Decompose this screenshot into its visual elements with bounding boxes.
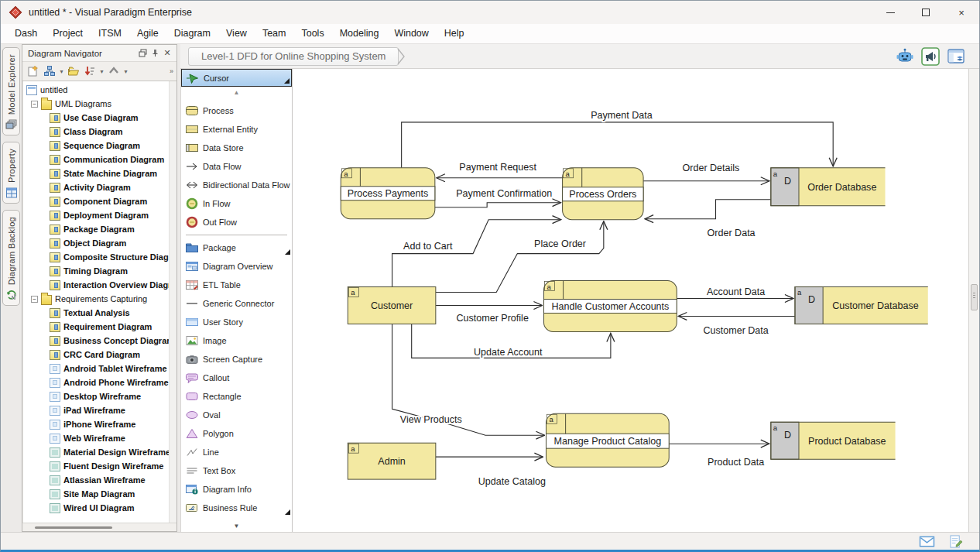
tree-item-communication-diagram[interactable]: Communication Diagram xyxy=(23,153,176,166)
tree-item-desktop-wireframe[interactable]: Desktop Wireframe xyxy=(23,389,176,403)
diagram-canvas[interactable]: Payment DataPayment RequestPayment Confi… xyxy=(293,69,968,532)
side-tab-property[interactable]: Property xyxy=(2,142,20,204)
node-customer-database[interactable]: aDCustomer Database xyxy=(795,287,928,324)
palette-tool-data-store[interactable]: Data Store xyxy=(181,139,292,157)
palette-tool-in-flow[interactable]: In Flow xyxy=(181,194,292,213)
palette-tool-rectangle[interactable]: Rectangle xyxy=(181,387,292,406)
tree-item-component-diagram[interactable]: Component Diagram xyxy=(23,194,176,208)
open-folder-icon[interactable] xyxy=(66,63,81,79)
tree-item-deployment-diagram[interactable]: Deployment Diagram xyxy=(23,208,176,222)
menu-item-dash[interactable]: Dash xyxy=(7,24,45,43)
tree-item-sequence-diagram[interactable]: Sequence Diagram xyxy=(23,139,176,153)
tree-item-untitled[interactable]: untitled xyxy=(23,83,176,97)
tree-item-business-concept-diagram[interactable]: Business Concept Diagram xyxy=(23,334,176,348)
menu-item-help[interactable]: Help xyxy=(437,24,472,43)
tree-item-textual-analysis[interactable]: Textual Analysis xyxy=(23,306,176,320)
palette-tool-screen-capture[interactable]: Screen Capture xyxy=(181,350,292,369)
flow-payment-request[interactable]: Payment Request xyxy=(437,162,563,178)
tree-item-activity-diagram[interactable]: Activity Diagram xyxy=(23,180,176,194)
tree-item-fluent-design-wireframe[interactable]: Fluent Design Wireframe xyxy=(23,459,176,473)
tree-item-requirement-diagram[interactable]: Requirement Diagram xyxy=(23,320,176,334)
tree-item-use-case-diagram[interactable]: Use Case Diagram xyxy=(23,111,176,125)
palette-tool-text-box[interactable]: Text Box xyxy=(181,461,292,480)
palette-tool-generic-connector[interactable]: Generic Connector xyxy=(181,294,292,313)
tree-item-web-wireframe[interactable]: Web Wireframe xyxy=(23,431,176,445)
node-order-database[interactable]: aDOrder Database xyxy=(771,168,886,206)
palette-tool-diagram-info[interactable]: Diagram Info xyxy=(181,480,292,499)
tree-item-material-design-wireframe[interactable]: Material Design Wireframe xyxy=(23,445,176,459)
palette-tool-polygon[interactable]: Polygon xyxy=(181,424,292,443)
flow-account-data[interactable]: Account Data xyxy=(677,286,793,299)
flow-customer-data[interactable]: Customer Data xyxy=(678,316,795,336)
palette-tool-out-flow[interactable]: Out Flow xyxy=(181,213,292,231)
flow-payment-confirmation[interactable]: Payment Confirmation xyxy=(435,188,561,207)
palette-tool-cursor[interactable]: Cursor xyxy=(181,69,292,87)
announcement-icon[interactable] xyxy=(921,47,940,66)
palette-tool-oval[interactable]: Oval xyxy=(181,406,292,424)
node-handle-customer-accounts[interactable]: aHandle Customer Accounts xyxy=(543,281,677,332)
tree-item-wired-ui-diagram[interactable]: Wired UI Diagram xyxy=(23,501,176,515)
menu-item-window[interactable]: Window xyxy=(386,24,436,43)
node-process-orders[interactable]: aProcess Orders xyxy=(563,168,643,220)
vp-assistant-icon[interactable] xyxy=(896,47,914,66)
palette-tool-package[interactable]: Package xyxy=(181,238,292,257)
palette-scroll-down-icon[interactable]: ▼ xyxy=(181,522,292,532)
flow-order-details[interactable]: Order Details xyxy=(643,163,769,181)
tree-item-crc-card-diagram[interactable]: CRC Card Diagram xyxy=(23,348,176,362)
tree-item-interaction-overview-diagram[interactable]: Interaction Overview Diagram xyxy=(23,278,176,292)
collapse-up-dropdown-icon[interactable]: ▾ xyxy=(122,68,129,75)
edit-notes-icon[interactable] xyxy=(947,535,964,548)
tree-item-state-machine-diagram[interactable]: State Machine Diagram xyxy=(23,166,176,180)
tree-item-iphone-wireframe[interactable]: iPhone Wireframe xyxy=(23,417,176,431)
float-panel-icon[interactable] xyxy=(136,47,149,60)
node-customer[interactable]: aCustomer xyxy=(348,287,436,324)
tree-item-ipad-wireframe[interactable]: iPad Wireframe xyxy=(23,403,176,417)
new-diagram-icon[interactable] xyxy=(26,63,41,79)
scrollbar-thumb[interactable] xyxy=(35,526,112,529)
tree-item-requirements-capturing[interactable]: −Requirements Capturing xyxy=(23,292,176,306)
menu-item-team[interactable]: Team xyxy=(255,24,294,43)
palette-tool-data-flow[interactable]: Data Flow xyxy=(181,157,292,176)
flow-product-data[interactable]: Product Data xyxy=(669,444,769,468)
panel-layout-icon[interactable] xyxy=(947,47,965,66)
toolbar-overflow-icon[interactable]: » xyxy=(170,67,175,75)
model-structure-icon[interactable] xyxy=(42,63,57,79)
sort-diagrams-icon[interactable] xyxy=(82,63,98,79)
tree-item-object-diagram[interactable]: Object Diagram xyxy=(23,236,176,250)
node-process-payments[interactable]: aProcess Payments xyxy=(341,168,435,219)
palette-tool-bidirectional-data-flow[interactable]: Bidirectional Data Flow xyxy=(181,176,292,194)
message-icon[interactable] xyxy=(919,535,935,548)
menu-item-modeling[interactable]: Modeling xyxy=(332,24,387,43)
tree-item-atlassian-wireframe[interactable]: Atlassian Wireframe xyxy=(23,473,176,487)
title-bar[interactable]: untitled * - Visual Paradigm Enterprise … xyxy=(1,1,979,24)
collapse-up-icon[interactable] xyxy=(106,63,122,79)
tree-item-package-diagram[interactable]: Package Diagram xyxy=(23,222,176,236)
tree-item-timing-diagram[interactable]: Timing Diagram xyxy=(23,264,176,278)
palette-tool-callout[interactable]: Callout xyxy=(181,369,292,387)
canvas-vertical-scrollbar[interactable] xyxy=(968,69,979,532)
palette-tool-external-entity[interactable]: External Entity xyxy=(181,120,292,139)
menu-item-itsm[interactable]: ITSM xyxy=(91,24,129,43)
model-structure-dropdown-icon[interactable]: ▾ xyxy=(58,68,65,75)
side-tab-diagram-backlog[interactable]: Diagram Backlog xyxy=(2,210,20,306)
tree-item-android-tablet-wireframe[interactable]: Android Tablet Wireframe xyxy=(23,362,176,375)
menu-item-view[interactable]: View xyxy=(218,24,255,43)
palette-tool-etl-table[interactable]: ETL Table xyxy=(181,276,292,294)
tree-item-uml-diagrams[interactable]: −UML Diagrams xyxy=(23,97,176,111)
side-tab-model-explorer[interactable]: Model Explorer xyxy=(2,47,20,135)
palette-tool-diagram-overview[interactable]: Diagram Overview xyxy=(181,257,292,276)
menu-item-tools[interactable]: Tools xyxy=(293,24,331,43)
tree-expander-icon[interactable]: − xyxy=(31,101,38,108)
minimize-button[interactable] xyxy=(872,1,908,24)
breadcrumb[interactable]: Level-1 DFD for Online Shopping System xyxy=(188,47,399,66)
menu-item-agile[interactable]: Agile xyxy=(129,24,166,43)
flow-payment-data[interactable]: Payment Data xyxy=(402,110,834,168)
tree-item-composite-structure-diagram[interactable]: Composite Structure Diagram xyxy=(23,250,176,264)
menu-item-project[interactable]: Project xyxy=(45,24,91,43)
flow-view-products[interactable]: View Products xyxy=(392,324,545,435)
menu-item-diagram[interactable]: Diagram xyxy=(166,24,218,43)
flow-order-data[interactable]: Order Data xyxy=(645,200,771,238)
pin-panel-icon[interactable] xyxy=(149,47,161,60)
tree-horizontal-scrollbar[interactable] xyxy=(22,523,176,531)
close-panel-icon[interactable]: ✕ xyxy=(161,47,173,60)
